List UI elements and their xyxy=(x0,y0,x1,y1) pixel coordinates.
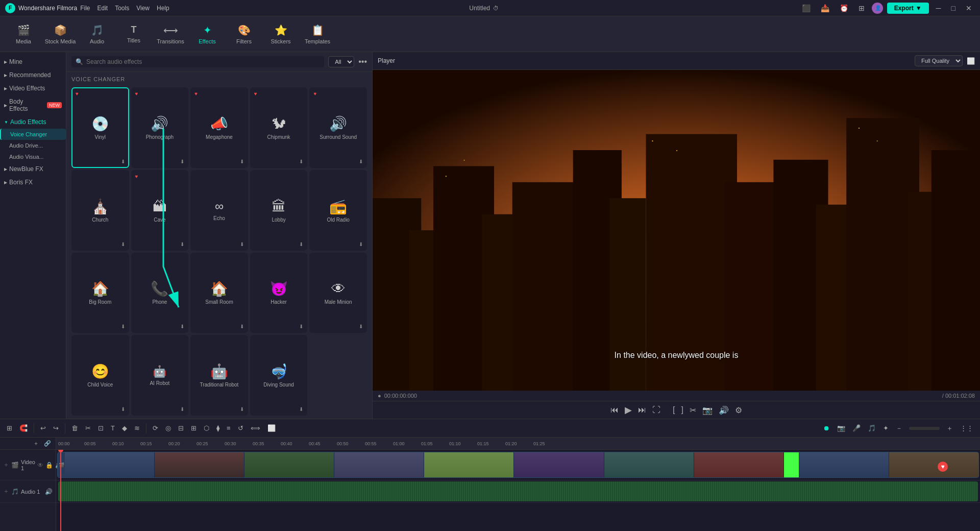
tl-keyframe-button[interactable]: ◆ xyxy=(119,423,130,433)
tl-mask-button[interactable]: ⬡ xyxy=(201,423,212,433)
toolbar-templates[interactable]: 📋 Templates xyxy=(299,19,336,50)
toolbar-media[interactable]: 🎬 Media xyxy=(5,19,42,50)
toolbar-stickers[interactable]: ⭐ Stickers xyxy=(262,19,299,50)
tl-snap-button[interactable]: ⊞ xyxy=(4,423,15,433)
tl-ripple-button[interactable]: ≋ xyxy=(132,423,142,433)
tl-crop-button[interactable]: ⊡ xyxy=(95,423,106,433)
menu-edit[interactable]: Edit xyxy=(97,5,108,12)
toolbar-titles[interactable]: T Titles xyxy=(115,19,152,50)
effect-card-ai-robot[interactable]: 🤖 AI Robot ⬇ xyxy=(131,335,189,416)
volume-button[interactable]: 🔊 xyxy=(719,405,729,415)
tl-speed-button[interactable]: ⟳ xyxy=(150,423,161,433)
play-button[interactable]: ▶ xyxy=(625,404,632,416)
sidebar-item-mine[interactable]: ▶ Mine xyxy=(0,55,66,68)
quality-select[interactable]: Full Quality xyxy=(915,55,963,66)
tl-magnetize-button[interactable]: 🧲 xyxy=(17,423,30,433)
effect-card-lobby[interactable]: 🏛 Lobby ⬇ xyxy=(250,170,308,251)
sidebar-item-audio-effects[interactable]: ▼ Audio Effects xyxy=(0,115,66,129)
search-input[interactable] xyxy=(86,58,320,65)
tl-audio-eq-button[interactable]: ≡ xyxy=(224,423,233,433)
effect-card-diving-sound[interactable]: 🤿 Diving Sound ⬇ xyxy=(250,335,308,416)
effect-card-vinyl[interactable]: ♥ 💿 Vinyl ⬇ xyxy=(71,87,129,168)
sidebar-item-boris-fx[interactable]: ▶ Boris FX xyxy=(0,176,66,189)
effect-card-surround-sound[interactable]: ♥ 🔊 Surround Sound ⬇ xyxy=(309,87,367,168)
export-button[interactable]: Export ▼ xyxy=(887,3,929,14)
tl-color-button[interactable]: ⧫ xyxy=(214,423,222,433)
search-filter-select[interactable]: All xyxy=(328,56,354,67)
sidebar-item-recommended[interactable]: ▶ Recommended xyxy=(0,68,66,82)
tl-trim-button[interactable]: ⊟ xyxy=(176,423,186,433)
toolbar-audio[interactable]: 🎵 Audio xyxy=(79,19,115,50)
forward-button[interactable]: ⏭ xyxy=(638,405,646,415)
effect-card-chipmunk[interactable]: ♥ 🐿 Chipmunk ⬇ xyxy=(250,87,308,168)
tl-undo-button[interactable]: ↩ xyxy=(38,423,48,433)
tl-split-button[interactable]: ⬜ xyxy=(265,423,278,433)
playhead[interactable] xyxy=(60,450,61,531)
video-lock-button[interactable]: 🔒 xyxy=(45,462,53,469)
toolbar-filters[interactable]: 🎨 Filters xyxy=(226,19,262,50)
effect-card-big-room[interactable]: 🏠 Big Room ⬇ xyxy=(71,253,129,333)
tl-music-button[interactable]: 🎵 xyxy=(865,423,878,433)
toolbar-stock-media[interactable]: 📦 Stock Media xyxy=(42,19,79,50)
sidebar-child-voice-changer[interactable]: Voice Changer xyxy=(0,129,66,140)
effect-card-echo[interactable]: ∞ Echo ⬇ xyxy=(190,170,248,251)
video-add-button[interactable]: ＋ xyxy=(3,461,9,469)
icon-btn-1[interactable]: ⬛ xyxy=(799,3,814,13)
icon-btn-3[interactable]: ⏰ xyxy=(837,3,851,13)
link-tracks-button[interactable]: 🔗 xyxy=(41,439,54,448)
tl-cam-button[interactable]: 📷 xyxy=(835,423,848,433)
tl-reverse-button[interactable]: ⟺ xyxy=(248,423,263,433)
toolbar-effects[interactable]: ✦ Effects xyxy=(189,19,226,50)
tl-more-button[interactable]: ⋮⋮ xyxy=(958,423,976,433)
sidebar-item-newblue-fx[interactable]: ▶ NewBlue FX xyxy=(0,162,66,176)
effect-card-old-radio[interactable]: 📻 Old Radio ⬇ xyxy=(309,170,367,251)
tl-redo-button[interactable]: ↪ xyxy=(51,423,61,433)
video-eye-button[interactable]: 👁 xyxy=(37,462,43,469)
menu-tools[interactable]: Tools xyxy=(115,5,129,12)
mark-in-button[interactable]: [ xyxy=(673,405,675,415)
effect-card-phonograph[interactable]: ♥ 🔊 Phonograph ⬇ xyxy=(131,87,189,168)
effect-card-megaphone[interactable]: ♥ 📣 Megaphone ⬇ xyxy=(190,87,248,168)
cut-button[interactable]: ✂ xyxy=(690,405,696,415)
toolbar-transitions[interactable]: ⟷ Transitions xyxy=(152,19,189,50)
tl-ai-button[interactable]: ✦ xyxy=(880,423,891,433)
screenshot-button[interactable]: 📷 xyxy=(702,405,713,415)
minimize-button[interactable]: ─ xyxy=(933,3,944,13)
effect-card-hacker[interactable]: 😈 Hacker ⬇ xyxy=(250,253,308,333)
fullscreen-button[interactable]: ⛶ xyxy=(652,405,660,415)
tl-zoom-in-button[interactable]: ＋ xyxy=(944,422,955,435)
sidebar-child-audio-visual[interactable]: Audio Visua... xyxy=(0,151,66,162)
icon-btn-4[interactable]: ⊞ xyxy=(855,3,868,13)
tl-delete-button[interactable]: 🗑 xyxy=(69,423,81,433)
tl-record-button[interactable]: ⏺ xyxy=(821,423,832,433)
sidebar-item-video-effects[interactable]: ▶ Video Effects xyxy=(0,82,66,95)
effect-card-phone[interactable]: 📞 Phone ⬇ xyxy=(131,253,189,333)
icon-btn-2[interactable]: 📥 xyxy=(818,3,832,13)
video-track-content[interactable]: 🎬 xyxy=(57,452,979,478)
sidebar-item-body-effects[interactable]: ▶ Body Effects NEW xyxy=(0,95,66,115)
audio-mute-button[interactable]: 🔊 xyxy=(45,488,53,495)
effect-card-traditional-robot[interactable]: 🤖 Traditional Robot ⬇ xyxy=(190,335,248,416)
menu-view[interactable]: View xyxy=(136,5,150,12)
player-icon-1[interactable]: ⬜ xyxy=(967,57,975,65)
effect-card-small-room[interactable]: 🏠 Small Room ⬇ xyxy=(190,253,248,333)
effect-card-child-voice[interactable]: 😊 Child Voice ⬇ xyxy=(71,335,129,416)
settings-button[interactable]: ⚙ xyxy=(735,405,742,415)
more-options-button[interactable]: ••• xyxy=(358,57,367,66)
tl-text-button[interactable]: T xyxy=(108,423,117,433)
effect-card-male-minion[interactable]: 👁 Male Minion ⬇ xyxy=(309,253,367,333)
zoom-slider[interactable] xyxy=(909,427,940,430)
tl-cut-button[interactable]: ✂ xyxy=(83,423,93,433)
rewind-button[interactable]: ⏮ xyxy=(610,405,619,415)
mark-out-button[interactable]: ] xyxy=(681,405,683,415)
tl-fit-button[interactable]: ⊞ xyxy=(188,423,199,433)
close-button[interactable]: ✕ xyxy=(963,3,975,13)
tl-zoom-out-button[interactable]: － xyxy=(893,422,905,435)
user-avatar[interactable]: 👤 xyxy=(872,3,883,14)
effect-card-church[interactable]: ⛪ Church ⬇ xyxy=(71,170,129,251)
add-track-button[interactable]: ＋ xyxy=(31,438,41,449)
tl-mic-button[interactable]: 🎤 xyxy=(850,423,863,433)
menu-file[interactable]: File xyxy=(80,5,90,12)
menu-help[interactable]: Help xyxy=(157,5,169,12)
tl-stabilize-button[interactable]: ◎ xyxy=(163,423,174,433)
